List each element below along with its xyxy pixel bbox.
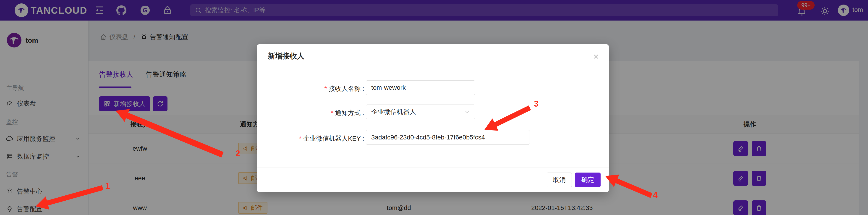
annotation-number-2: 2 bbox=[236, 149, 240, 158]
annotation-number-1: 1 bbox=[105, 181, 110, 191]
close-icon[interactable] bbox=[591, 52, 601, 62]
annotation-number-4: 4 bbox=[653, 190, 658, 200]
modal-header: 新增接收人 bbox=[257, 44, 609, 69]
field-label-receiver-name: *接收人名称 : bbox=[237, 85, 364, 93]
wework-key-input[interactable] bbox=[366, 130, 530, 145]
field-label-notice-method: *通知方式 : bbox=[237, 109, 364, 117]
field-label-wework-key: *企业微信机器人KEY : bbox=[237, 134, 364, 143]
cancel-button[interactable]: 取消 bbox=[547, 173, 572, 187]
notice-method-select[interactable]: 企业微信机器人 bbox=[366, 104, 475, 119]
chevron-down-icon bbox=[464, 109, 470, 115]
receiver-name-input[interactable] bbox=[366, 80, 475, 95]
confirm-button[interactable]: 确定 bbox=[575, 173, 600, 187]
modal-title: 新增接收人 bbox=[268, 51, 304, 61]
modal-footer-divider bbox=[257, 167, 609, 168]
annotation-number-3: 3 bbox=[534, 99, 538, 109]
add-receiver-modal: 新增接收人 *接收人名称 : *通知方式 : 企业微信机器人 *企业微信机器人K… bbox=[257, 44, 609, 192]
